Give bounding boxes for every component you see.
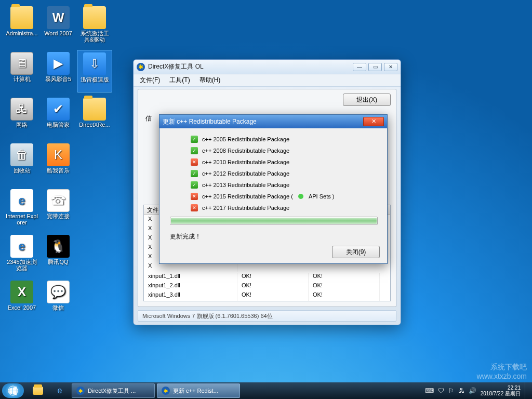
icon: 💬	[47, 281, 70, 303]
table-row: xinput1_3.dllOK!OK!	[144, 291, 390, 301]
maximize-button[interactable]: ▭	[368, 63, 382, 71]
status-text: 更新完成！	[170, 232, 377, 241]
icon: 🗑	[10, 143, 33, 166]
watermark: 系统下载吧 www.xtxzb.com	[477, 363, 527, 380]
icon: X	[10, 281, 33, 303]
tray-icon[interactable]: ⌨	[425, 387, 434, 394]
desktop-icon[interactable]: 🗑回收站	[4, 141, 39, 184]
icon: ✔	[47, 98, 70, 121]
icon-label: Excel 2007	[8, 304, 36, 311]
desktop-icon[interactable]: ☎宽带连接	[41, 187, 76, 230]
pinned-browser[interactable]: e	[49, 383, 70, 398]
icon: ▶	[47, 52, 70, 75]
desktop-icon[interactable]: XExcel 2007	[4, 278, 39, 321]
desktop-icon[interactable]: 🐧腾讯QQ	[41, 233, 76, 275]
shield-error-icon	[191, 204, 198, 211]
info-label: 信	[145, 114, 152, 123]
desktop-icon[interactable]: ⇩迅雷极速版	[77, 50, 112, 92]
tray-volume-icon[interactable]: 🔊	[469, 387, 476, 394]
desktop-icon[interactable]: DirectXRe...	[77, 96, 112, 138]
close-button[interactable]: 关闭(9)	[332, 246, 380, 258]
icon-label: 回收站	[14, 167, 31, 174]
desktop-icon[interactable]: Administra...	[4, 4, 39, 47]
icon-label: 微信	[52, 304, 64, 311]
icon: ⇩	[83, 52, 106, 75]
api-dot-icon	[298, 194, 303, 199]
taskbar: e ✱ DirectX修复工具 ... ✱ 更新 c++ Redist... ⌨…	[0, 382, 532, 399]
icon-label: 腾讯QQ	[48, 259, 68, 265]
shield-ok-icon	[191, 181, 198, 189]
tray-icon[interactable]: 🛡	[438, 387, 444, 394]
icon: 🖧	[10, 98, 33, 121]
icon-label: Administra...	[6, 30, 37, 36]
icon: e	[10, 189, 33, 212]
package-row: c++ 2010 Redistributable Package	[191, 156, 377, 168]
desktop-icon[interactable]: ▶暴风影音5	[41, 50, 76, 92]
desktop-icon[interactable]: 🖥计算机	[4, 50, 39, 92]
pinned-explorer[interactable]	[28, 383, 48, 398]
desktop-icon[interactable]: ✔电脑管家	[41, 96, 76, 138]
package-row: c++ 2008 Redistributable Package	[191, 145, 377, 156]
shield-ok-icon	[191, 170, 198, 177]
icon-label: Internet Explorer	[5, 213, 38, 225]
desktop-icon[interactable]: e2345加速浏览器	[4, 233, 39, 275]
titlebar[interactable]: ✱ DirectX修复工具 OL — ▭ ✕	[134, 60, 401, 74]
desktop-icon[interactable]: 💬微信	[41, 278, 76, 321]
table-row: xinput1_1.dllOK!OK!	[144, 273, 390, 282]
icon-label: 宽带连接	[47, 213, 70, 219]
package-row: c++ 2012 Redistributable Package	[191, 168, 377, 179]
icon	[83, 98, 106, 121]
task-icon: ✱	[162, 387, 170, 395]
icon-label: 迅雷极速版	[81, 76, 109, 83]
tray-flag-icon[interactable]: ⚐	[448, 387, 454, 394]
shield-error-icon	[191, 193, 198, 200]
menu-bar: 文件(F) 工具(T) 帮助(H)	[134, 74, 401, 87]
icon: e	[10, 235, 33, 258]
exit-button[interactable]: 退出(X)	[343, 94, 391, 106]
package-row: c++ 2017 Redistributable Package	[191, 202, 377, 214]
icon	[10, 6, 33, 29]
shield-ok-icon	[191, 136, 198, 143]
task-redist-update[interactable]: ✱ 更新 c++ Redist...	[157, 383, 240, 398]
icon-label: 暴风影音5	[45, 76, 71, 82]
dialog-close-button[interactable]: ✕	[363, 117, 384, 126]
desktop-icon[interactable]: 🖧网络	[4, 96, 39, 138]
minimize-button[interactable]: —	[353, 63, 366, 71]
task-directx-repair[interactable]: ✱ DirectX修复工具 ...	[72, 383, 155, 398]
icon-label: 2345加速浏览器	[5, 259, 38, 271]
progress-bar	[170, 217, 378, 225]
menu-tools[interactable]: 工具(T)	[169, 76, 190, 85]
task-icon: ✱	[76, 387, 85, 395]
menu-file[interactable]: 文件(F)	[140, 76, 160, 85]
package-row: c++ 2013 Redistributable Package	[191, 179, 377, 191]
icon: K	[47, 143, 70, 166]
icon: ☎	[47, 189, 70, 212]
window-title: DirectX修复工具 OL	[148, 62, 353, 71]
dialog-title: 更新 c++ Redistributable Package	[163, 117, 363, 126]
table-row: xinput1_2.dllOK!OK!	[144, 282, 390, 291]
close-button[interactable]: ✕	[384, 63, 397, 71]
tray-network-icon[interactable]: 🖧	[458, 387, 464, 394]
menu-help[interactable]: 帮助(H)	[200, 76, 221, 85]
dialog-titlebar[interactable]: 更新 c++ Redistributable Package ✕	[159, 115, 387, 128]
desktop-icon[interactable]: WWord 2007	[41, 4, 76, 47]
desktop-icon[interactable]: 系统激活工具&驱动	[77, 4, 112, 47]
package-row: c++ 2015 Redistributable Package ( API S…	[191, 191, 377, 202]
icon-label: 计算机	[14, 76, 31, 82]
icon-label: Word 2007	[44, 30, 72, 36]
show-desktop-button[interactable]	[525, 382, 530, 399]
package-row: c++ 2005 Redistributable Package	[191, 134, 377, 145]
app-icon: ✱	[137, 63, 145, 71]
icon: W	[47, 6, 70, 29]
redist-update-dialog: 更新 c++ Redistributable Package ✕ c++ 200…	[159, 114, 388, 264]
icon-label: 网络	[16, 122, 28, 128]
start-button[interactable]	[2, 383, 24, 398]
icon-label: 系统激活工具&驱动	[78, 30, 111, 43]
desktop-icon[interactable]: K酷我音乐	[41, 141, 76, 184]
system-tray: ⌨ 🛡 ⚐ 🖧 🔊 22:21 2018/7/22 星期日	[425, 385, 523, 396]
icon: 🐧	[47, 235, 70, 258]
icon-label: DirectXRe...	[79, 122, 110, 128]
icon-label: 酷我音乐	[47, 167, 70, 174]
clock[interactable]: 22:21 2018/7/22 星期日	[481, 385, 521, 396]
desktop-icon[interactable]: eInternet Explorer	[4, 187, 39, 230]
